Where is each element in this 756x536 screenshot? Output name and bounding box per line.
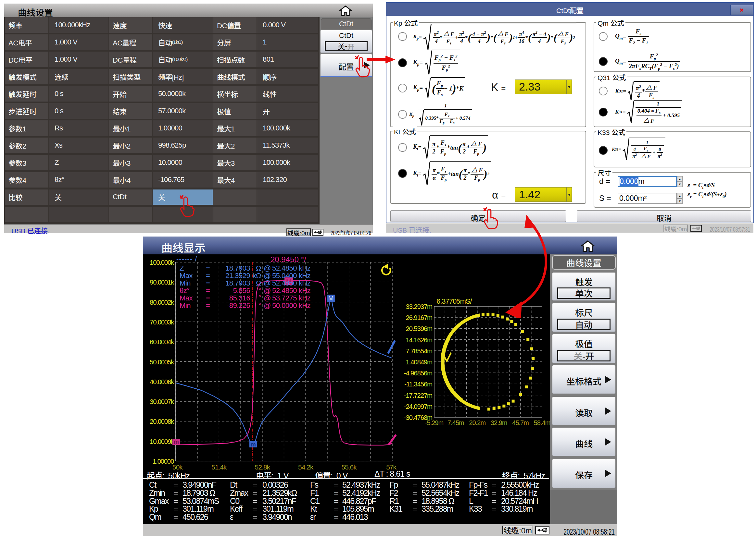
svg-text:m: m	[250, 441, 256, 448]
svg-text:-4.96856m: -4.96856m	[404, 369, 432, 377]
svg-text:50.0005k: 50.0005k	[150, 358, 174, 366]
svg-text:58.4m: 58.4m	[534, 419, 551, 426]
svg-text:-5.29m: -5.29m	[425, 419, 444, 426]
svg-text:26.9167m: 26.9167m	[406, 314, 432, 321]
svg-text:32.9m: 32.9m	[491, 419, 507, 426]
svg-text:40.0006k: 40.0006k	[150, 378, 174, 385]
svg-text:7.78554m: 7.78554m	[406, 347, 432, 354]
svg-text:20.0008k: 20.0008k	[150, 418, 174, 425]
svg-text:-17.7227m: -17.7227m	[404, 392, 432, 399]
svg-text:-24.0997m: -24.0997m	[404, 403, 432, 410]
svg-text:m: m	[173, 438, 179, 445]
svg-text:70.0003k: 70.0003k	[150, 318, 174, 326]
svg-text:10.0009k: 10.0009k	[150, 438, 174, 445]
svg-text:20.2m: 20.2m	[469, 419, 486, 426]
svg-text:30.0007k: 30.0007k	[150, 398, 174, 405]
svg-text:20.5396m: 20.5396m	[406, 325, 432, 332]
svg-text:1.00000: 1.00000	[153, 457, 174, 465]
svg-text:1.40849m: 1.40849m	[406, 358, 432, 366]
svg-text:60.0004k: 60.0004k	[150, 338, 174, 346]
svg-text:14.1626m: 14.1626m	[406, 336, 432, 344]
svg-text:45.7m: 45.7m	[512, 419, 529, 426]
svg-text:-11.3456m: -11.3456m	[404, 380, 432, 388]
svg-text:7.45m: 7.45m	[448, 419, 464, 426]
